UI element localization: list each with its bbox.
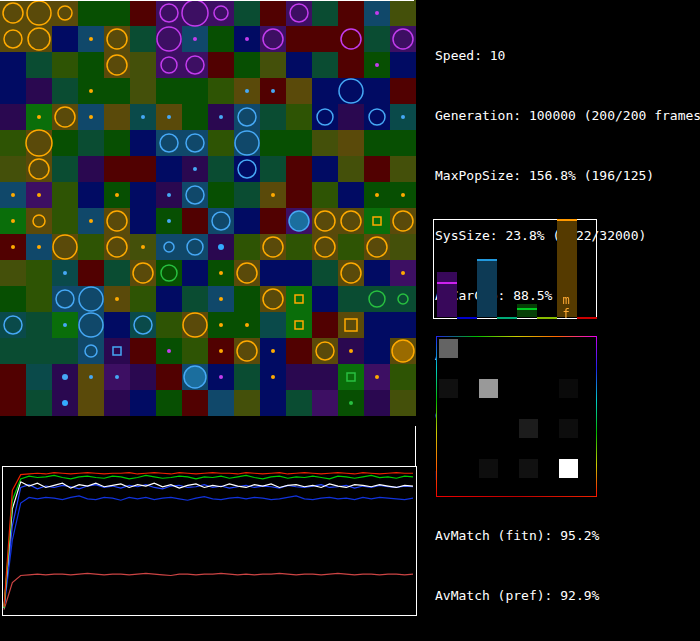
- stat-avmatch-fitn: AvMatch (fitn): 95.2%: [435, 526, 700, 546]
- simulation-window: Speed: 10 Generation: 100000 (200/200 fr…: [0, 0, 700, 641]
- heatmap-border-right: [596, 336, 597, 497]
- separator-line-vertical: [415, 426, 416, 466]
- history-line-chart: [2, 466, 417, 616]
- mating-matrix-heatmap: [436, 336, 597, 497]
- male-female-label: m f: [556, 293, 578, 321]
- line-chart-canvas: [3, 467, 414, 613]
- stat-maxpopsize: MaxPopSize: 156.8% (196/125): [435, 166, 700, 186]
- population-bar-chart: m f: [433, 219, 597, 319]
- heatmap-border-top: [436, 336, 597, 337]
- stats-panel: Speed: 10 Generation: 100000 (200/200 fr…: [435, 6, 700, 641]
- heatmap-canvas: [437, 337, 596, 496]
- stat-avmatch-pref: AvMatch (pref): 92.9%: [435, 586, 700, 606]
- heatmap-border-bottom: [436, 496, 597, 497]
- world-grid-view: [0, 0, 416, 417]
- stat-speed: Speed: 10: [435, 46, 700, 66]
- heatmap-border-left: [436, 336, 437, 497]
- separator-line-bottom: [0, 0, 414, 1]
- stat-generation: Generation: 100000 (200/200 frames): [435, 106, 700, 126]
